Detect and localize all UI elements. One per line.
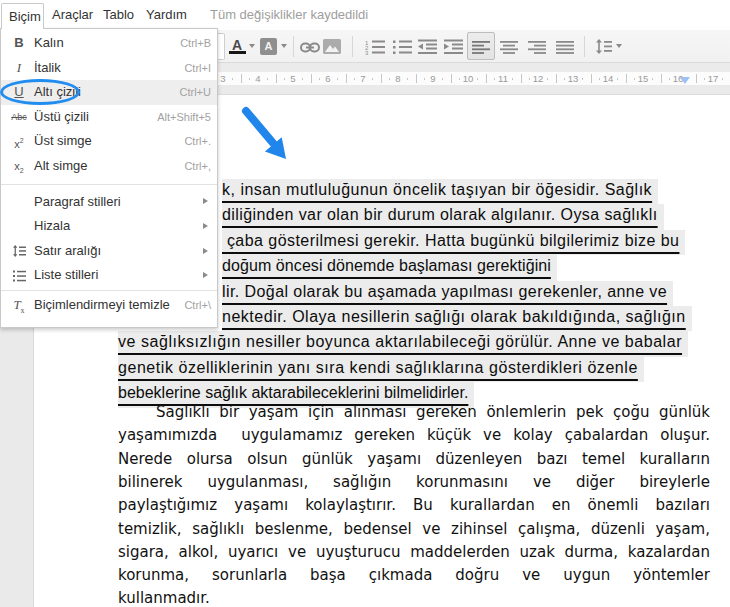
ruler-tick	[416, 74, 417, 83]
doc-line[interactable]: korunma, sorunlarla başa çıkmada doğru v…	[118, 564, 710, 587]
ruler-tick	[529, 78, 530, 80]
doc-line[interactable]: diliğinden var olan bir durum olarak alg…	[222, 204, 664, 229]
highlight-caret-icon[interactable]	[281, 44, 287, 48]
ruler-tick	[521, 74, 522, 83]
numbered-list-icon[interactable]: 1 2 3	[365, 39, 386, 59]
doc-line[interactable]: Nerede olursa olsun günlük yaşamı düzenl…	[118, 448, 710, 471]
menu-item-satir-araligi[interactable]: Satır aralığı	[1, 239, 217, 264]
menu-item-ust-simge[interactable]: x2 Üst simge Ctrl+.	[1, 129, 217, 154]
insert-image-icon[interactable]	[323, 39, 341, 58]
ruler-tick	[319, 78, 320, 80]
submenu-arrow-icon	[203, 223, 208, 229]
menu-item-paragraf-stilleri[interactable]: Paragraf stilleri	[1, 190, 217, 215]
bulleted-list-icon[interactable]	[392, 39, 413, 59]
subscript-icon: x2	[7, 154, 31, 180]
doc-line[interactable]: yaşamımızda uygulamamız gereken küçük ve…	[118, 424, 710, 447]
ruler-tick	[451, 74, 452, 83]
ruler-tick	[704, 78, 705, 80]
ruler-tick	[582, 78, 583, 80]
ruler-tick	[424, 78, 425, 80]
menu-item-italik[interactable]: I İtalik Ctrl+I	[1, 56, 217, 81]
doc-line[interactable]: ve sağlıksızlığın nesiller boyunca aktar…	[118, 331, 688, 356]
ruler-tick	[442, 78, 443, 80]
doc-line[interactable]: doğum öncesi dönemde başlaması gerektiği…	[222, 255, 557, 280]
menu-item-alt-simge[interactable]: x2 Alt simge Ctrl+,	[1, 154, 217, 179]
italic-icon: I	[7, 56, 31, 82]
ruler-tick	[652, 78, 653, 80]
ruler-number: 9	[430, 72, 435, 85]
ruler-tick	[477, 78, 478, 80]
right-indent-marker-icon[interactable]	[680, 77, 690, 84]
ruler-number: 4	[255, 72, 260, 85]
doc-line[interactable]: lir. Doğal olarak bu aşamada yapılması g…	[222, 281, 673, 306]
decrease-indent-icon[interactable]	[418, 39, 438, 59]
ruler-tick	[276, 74, 277, 83]
ruler-tick	[661, 74, 662, 83]
doc-line[interactable]: çaba gösterilmesi gerekir. Hatta bugünkü…	[222, 230, 685, 255]
ruler-tick	[241, 74, 242, 83]
ruler-number: 15	[638, 72, 649, 85]
ruler-tick	[232, 78, 233, 80]
annotation-arrow-icon	[240, 106, 292, 168]
ruler-tick	[311, 74, 312, 83]
menu-item-ustu-cizili[interactable]: Abc Üstü çizili Alt+Shift+5	[1, 105, 217, 130]
ruler-number: 6	[325, 72, 330, 85]
doc-line[interactable]: paylaştığımız yaşamı kolaylaştırır. Bu k…	[118, 494, 710, 517]
doc-line[interactable]: genetik özelliklerinin yanı sıra kendi s…	[118, 357, 644, 382]
annotation-circle	[0, 79, 80, 105]
increase-indent-icon[interactable]	[444, 39, 464, 59]
ruler-tick	[591, 74, 592, 83]
doc-line[interactable]: kullanmadır.	[118, 587, 710, 607]
ruler-tick	[617, 78, 618, 80]
ruler-number: 13	[568, 72, 579, 85]
menu-item-bicimlendirmeyi-temizle[interactable]: Tx Biçimlendirmeyi temizle Ctrl+\	[1, 293, 217, 318]
doc-line[interactable]: temizlik, sağlıklı beslenme, bedensel ve…	[118, 518, 710, 541]
submenu-arrow-icon	[203, 198, 208, 204]
ruler-tick	[267, 78, 268, 80]
ruler-tick	[599, 78, 600, 80]
toolbar-separator	[293, 36, 294, 57]
line-spacing-icon	[7, 239, 31, 265]
line-spacing-caret-icon[interactable]	[616, 44, 622, 48]
menu-item-hizala[interactable]: Hizala	[1, 214, 217, 239]
doc-line[interactable]: k, insan mutluluğunun öncelik taşıyan bi…	[222, 179, 658, 204]
menu-tablo[interactable]: Tablo	[103, 0, 134, 30]
align-right-icon[interactable]	[528, 40, 546, 58]
ruler-tick	[389, 78, 390, 80]
bold-icon: B	[7, 31, 31, 57]
doc-line[interactable]: Sağlıklı bir yaşam için alınması gereken…	[156, 401, 710, 424]
ruler-tick	[696, 74, 697, 83]
line-spacing-icon[interactable]	[596, 39, 612, 58]
menu-separator	[1, 184, 217, 185]
doc-line[interactable]: nektedir. Olaya nesillerin sağlığı olara…	[222, 306, 692, 331]
ruler-tick	[381, 74, 382, 83]
ruler-tick	[634, 78, 635, 80]
insert-link-icon[interactable]	[300, 40, 320, 58]
ruler-tick	[249, 78, 250, 80]
text-color-caret-icon[interactable]	[249, 44, 255, 48]
align-center-icon[interactable]	[500, 40, 518, 58]
doc-line[interactable]: sigara, alkol, uyarıcı ve uyuşturucu mad…	[118, 541, 710, 564]
menu-item-kalin[interactable]: B Kalın Ctrl+B	[1, 31, 217, 56]
save-status: Tüm değişiklikler kaydedildi	[210, 0, 368, 30]
align-left-icon[interactable]	[472, 40, 490, 58]
ruler-tick	[372, 78, 373, 80]
ruler-number: 3	[220, 72, 225, 85]
list-styles-icon	[7, 263, 31, 289]
ruler-tick	[564, 78, 565, 80]
menu-yardim[interactable]: Yardım	[146, 0, 187, 30]
menu-bicim[interactable]: Biçim	[1, 3, 44, 29]
ruler-number: 12	[533, 72, 544, 85]
ruler-number: 5	[290, 72, 295, 85]
menu-separator	[1, 290, 217, 291]
menu-araclar[interactable]: Araçlar	[52, 0, 93, 30]
ruler-number: 10	[463, 72, 474, 85]
menu-bar: Araçlar Tablo Yardım Tüm değişiklikler k…	[0, 0, 730, 30]
doc-line[interactable]: bilinerek uygulanması, sağlığın korunmas…	[118, 471, 710, 494]
ruler-tick	[337, 78, 338, 80]
justify-icon[interactable]	[556, 40, 574, 58]
clear-formatting-icon: Tx	[7, 293, 31, 319]
highlight-color-button[interactable]: A	[260, 38, 277, 55]
ruler-number: 14	[603, 72, 614, 85]
menu-item-liste-stilleri[interactable]: Liste stilleri	[1, 263, 217, 288]
